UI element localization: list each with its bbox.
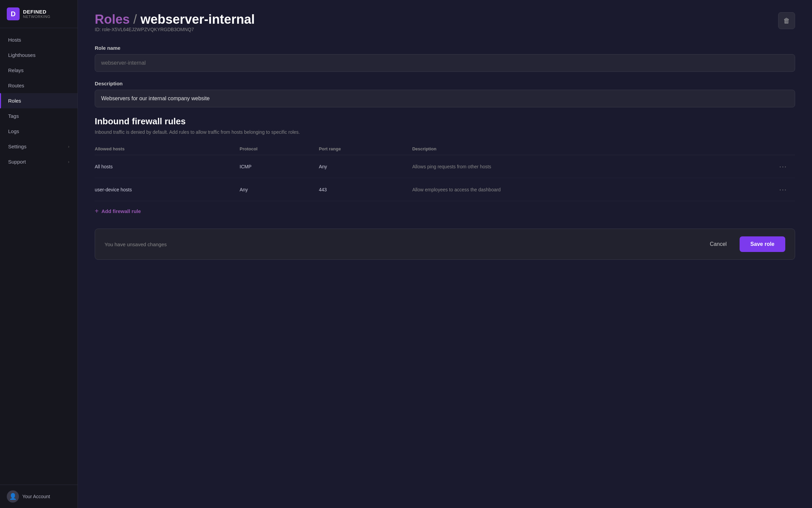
breadcrumb-area: Roles / webserver-internal ID: role-X5VL… — [95, 12, 255, 43]
firewall-section: Inbound firewall rules Inbound traffic i… — [95, 116, 795, 218]
firewall-section-title: Inbound firewall rules — [95, 116, 795, 127]
firewall-col-header-actions — [732, 143, 795, 155]
save-role-button[interactable]: Save role — [740, 236, 785, 252]
sidebar-item-label-relays: Relays — [8, 67, 24, 73]
firewall-more-button-1[interactable]: ··· — [776, 184, 790, 195]
firewall-table-body: All hostsICMPAnyAllows ping requests fro… — [95, 155, 795, 201]
role-name-label: Role name — [95, 45, 795, 51]
firewall-section-desc: Inbound traffic is denied by default. Ad… — [95, 129, 795, 135]
sidebar-item-tags[interactable]: Tags — [0, 108, 77, 124]
firewall-col-header-0: Allowed hosts — [95, 143, 240, 155]
firewall-cell-1-2: 443 — [319, 178, 412, 201]
firewall-table-header: Allowed hostsProtocolPort rangeDescripti… — [95, 143, 795, 155]
role-name-input[interactable] — [95, 54, 795, 72]
breadcrumb-link[interactable]: Roles — [95, 12, 130, 26]
page-header: Roles / webserver-internal ID: role-X5VL… — [95, 12, 795, 43]
firewall-actions-0: ··· — [732, 155, 795, 178]
logo-icon: D — [7, 7, 20, 20]
sidebar-item-hosts[interactable]: Hosts — [0, 32, 77, 47]
chevron-icon-settings: › — [68, 144, 69, 149]
cancel-button[interactable]: Cancel — [704, 238, 733, 251]
sidebar-item-label-tags: Tags — [8, 113, 19, 119]
table-row: user-device hostsAny443Allow employees t… — [95, 178, 795, 201]
firewall-more-button-0[interactable]: ··· — [776, 161, 790, 172]
firewall-col-header-2: Port range — [319, 143, 412, 155]
sidebar-item-settings[interactable]: Settings› — [0, 139, 77, 154]
sidebar-item-label-hosts: Hosts — [8, 37, 21, 43]
sidebar-nav: HostsLighthousesRelaysRoutesRolesTagsLog… — [0, 28, 77, 485]
firewall-cell-0-2: Any — [319, 155, 412, 178]
avatar: 👤 — [7, 490, 19, 503]
firewall-cell-1-0: user-device hosts — [95, 178, 240, 201]
add-rule-label: Add firewall rule — [102, 208, 141, 214]
unsaved-text: You have unsaved changes — [105, 241, 167, 247]
sidebar-footer[interactable]: 👤 Your Account — [0, 485, 77, 508]
sidebar-item-roles[interactable]: Roles — [0, 93, 77, 108]
save-actions: Cancel Save role — [704, 236, 785, 252]
firewall-col-header-1: Protocol — [240, 143, 319, 155]
plus-icon: + — [95, 207, 99, 215]
sidebar-item-routes[interactable]: Routes — [0, 78, 77, 93]
sidebar-item-label-settings: Settings — [8, 144, 26, 149]
brand-sub: NETWORKING — [23, 15, 50, 19]
avatar-icon: 👤 — [9, 493, 17, 500]
sidebar-item-label-logs: Logs — [8, 128, 19, 134]
firewall-col-header-3: Description — [412, 143, 732, 155]
description-field-group: Description — [95, 81, 795, 107]
account-label: Your Account — [22, 494, 50, 499]
add-firewall-rule-button[interactable]: + Add firewall rule — [95, 201, 141, 218]
breadcrumb-separator: / — [130, 12, 140, 26]
description-label: Description — [95, 81, 795, 86]
sidebar: D DEFINED NETWORKING HostsLighthousesRel… — [0, 0, 78, 508]
logo[interactable]: D DEFINED NETWORKING — [0, 0, 77, 28]
delete-icon: 🗑 — [783, 17, 790, 25]
sidebar-item-support[interactable]: Support› — [0, 154, 77, 169]
main-content: Roles / webserver-internal ID: role-X5VL… — [78, 0, 812, 508]
sidebar-item-logs[interactable]: Logs — [0, 124, 77, 139]
sidebar-item-label-routes: Routes — [8, 83, 24, 88]
firewall-actions-1: ··· — [732, 178, 795, 201]
delete-button[interactable]: 🗑 — [778, 12, 795, 29]
sidebar-item-label-support: Support — [8, 159, 26, 165]
sidebar-item-label-roles: Roles — [8, 98, 21, 104]
logo-text: DEFINED NETWORKING — [23, 9, 50, 19]
chevron-icon-support: › — [68, 160, 69, 164]
firewall-table: Allowed hostsProtocolPort rangeDescripti… — [95, 143, 795, 201]
sidebar-item-relays[interactable]: Relays — [0, 63, 77, 78]
description-input[interactable] — [95, 90, 795, 107]
table-row: All hostsICMPAnyAllows ping requests fro… — [95, 155, 795, 178]
save-bar: You have unsaved changes Cancel Save rol… — [95, 229, 795, 260]
page-title: Roles / webserver-internal — [95, 12, 255, 27]
sidebar-item-lighthouses[interactable]: Lighthouses — [0, 47, 77, 63]
firewall-cell-0-1: ICMP — [240, 155, 319, 178]
firewall-cell-0-3: Allows ping requests from other hosts — [412, 155, 732, 178]
breadcrumb-current: webserver-internal — [140, 12, 255, 26]
firewall-cell-1-3: Allow employees to access the dashboard — [412, 178, 732, 201]
sidebar-item-label-lighthouses: Lighthouses — [8, 52, 36, 58]
brand-name: DEFINED — [23, 9, 50, 15]
firewall-cell-0-0: All hosts — [95, 155, 240, 178]
firewall-cell-1-1: Any — [240, 178, 319, 201]
role-name-field-group: Role name — [95, 45, 795, 72]
page-id: ID: role-X5VL64EJ2WPZVQKYRGDB3OMNQ7 — [95, 27, 255, 32]
